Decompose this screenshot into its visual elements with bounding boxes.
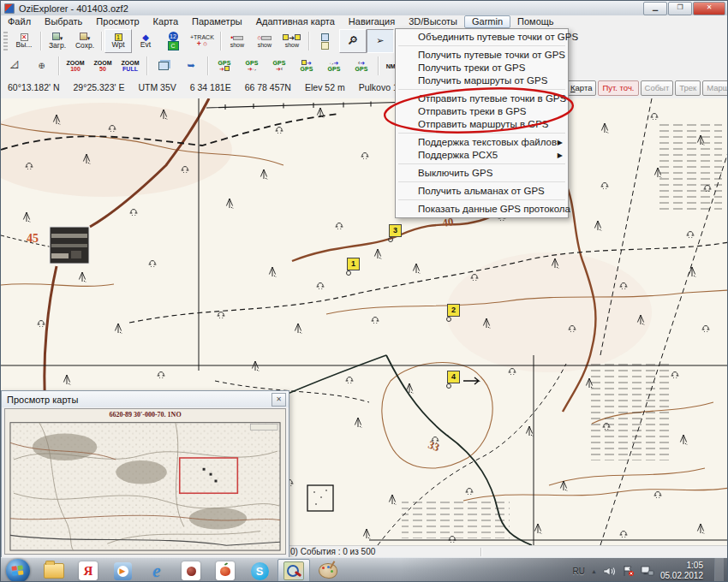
menu-select[interactable]: Выбрать (38, 15, 89, 28)
garmin-menu-text-file-support[interactable]: Поддержка текстовых файлов▶ (396, 136, 568, 149)
event-mode-button[interactable]: ◆ Evt (132, 29, 159, 53)
utm-easting-readout: 6 34 181E (190, 82, 231, 92)
show-waypoints-button[interactable]: • show (224, 29, 251, 53)
show-desktop-button[interactable] (714, 558, 724, 582)
garmin-dropdown-menu: Объединить путевые точки от GPS Получить… (395, 28, 569, 218)
exit-button[interactable]: ✕ Вы... (10, 29, 38, 53)
garmin-menu-send-waypoints[interactable]: Отправить путевые точки в GPS (396, 92, 568, 105)
map-preview-close-icon[interactable]: ✕ (272, 393, 286, 407)
map-view-button[interactable]: ➥ (177, 54, 205, 78)
garmin-menu-show-gps-protocol[interactable]: Показать данные GPS протокола (396, 203, 568, 216)
submenu-arrow-icon: ▶ (558, 149, 563, 162)
menu-3d-heights[interactable]: 3D/Высоты (402, 15, 464, 28)
zoom-50-button[interactable]: ZOOM50 (89, 54, 116, 78)
save-icon (80, 33, 87, 40)
gps-send-tracks-button[interactable]: 𝁍➜GPS (320, 54, 348, 78)
garmin-menu-send-tracks[interactable]: Отправить треки в GPS (396, 105, 568, 118)
zoom-100-button[interactable]: ZOOM100 (62, 54, 89, 78)
taskbar-oziexplorer-button[interactable] (277, 559, 310, 582)
toolbar-grip[interactable] (3, 32, 8, 50)
clock-time: 1:05 (687, 561, 703, 570)
taskbar-yandex-button[interactable]: Я (72, 559, 104, 582)
coordinate-bar: 60°13.182' N 29°25.323' E UTM 35V 6 34 1… (1, 78, 727, 99)
save-button[interactable]: ▾ Сохр. (71, 29, 98, 53)
gps-send-waypoints-button[interactable]: ➜GPS (293, 54, 320, 78)
cascade-button[interactable] (150, 54, 177, 78)
taskbar-clock[interactable]: 1:05 05.02.2012 (660, 561, 703, 582)
tab-routes[interactable]: Марш. (702, 80, 727, 96)
folder-icon (44, 563, 64, 579)
tab-tracks[interactable]: Трек (675, 80, 701, 96)
garmin-menu-gps-off[interactable]: Выключить GPS (396, 167, 568, 180)
load-button[interactable]: ▾ Загр. (44, 29, 71, 53)
restore-button[interactable]: ❐ (668, 2, 692, 15)
gps-get-tracks-button[interactable]: GPS➜𝁍 (238, 54, 266, 78)
count-badges[interactable]: 12 C (159, 29, 187, 53)
title-bar[interactable]: OziExplorer - 401403.ozf2 ▁ ❐ ✕ (1, 1, 727, 15)
taskbar-media-player-button[interactable]: ▶ (106, 559, 139, 582)
start-button[interactable] (6, 559, 30, 582)
language-indicator[interactable]: RU (573, 567, 585, 576)
menu-view[interactable]: Просмотр (89, 15, 146, 28)
menu-help[interactable]: Помощь (510, 15, 561, 28)
waypoint-marker-3[interactable]: 3 (389, 224, 402, 237)
garmin-menu-merge-waypoints[interactable]: Объединить путевые точки от GPS (396, 31, 568, 44)
tab-events[interactable]: Событ (641, 80, 674, 96)
taskbar-explorer-button[interactable] (38, 559, 70, 582)
garmin-menu-get-waypoints[interactable]: Получить путевые точки от GPS (396, 49, 568, 62)
volume-icon[interactable] (603, 566, 616, 577)
garmin-menu-pcx5-support[interactable]: Поддержка PCX5▶ (396, 149, 568, 162)
map-preview-titlebar[interactable]: Просмотр карты ✕ (2, 391, 289, 407)
garmin-menu-get-tracks[interactable]: Получить треки от GPS (396, 62, 568, 74)
gps-get-routes-button[interactable]: GPS➜‹ (266, 54, 293, 78)
close-button[interactable]: ✕ (693, 2, 725, 15)
map-preview-body[interactable]: 6620-89 30'-000-70. 1NO (4, 408, 286, 555)
network-icon[interactable] (641, 565, 654, 577)
menu-garmin[interactable]: Garmin (464, 15, 510, 28)
taskbar-sphere-app-button[interactable] (175, 559, 207, 582)
waypoint-marker-4[interactable]: 4 (447, 371, 460, 383)
ruler-button[interactable]: 📐︎ (1, 54, 28, 78)
pan-select-button[interactable]: ➢ (367, 29, 394, 53)
yandex-icon: Я (79, 561, 98, 580)
waypoint-marker-1[interactable]: 1 (347, 258, 360, 270)
gps-get-waypoints-button[interactable]: GPS➜ (211, 54, 238, 78)
track-control-button[interactable]: +TRACK + ○ (187, 29, 218, 53)
map-preview-window[interactable]: Просмотр карты ✕ (1, 390, 289, 558)
menu-file[interactable]: Файл (1, 15, 38, 28)
minimize-button[interactable]: ▁ (643, 2, 667, 15)
internet-explorer-icon: e (153, 561, 161, 581)
window-stack-button[interactable] (312, 29, 339, 53)
elevation-readout: Elev 52 m (305, 82, 345, 92)
system-tray: RU ▲ 1:05 05.02.2012 (573, 558, 727, 582)
taskbar-paint-button[interactable] (312, 559, 344, 582)
garmin-menu-get-routes[interactable]: Получить маршруты от GPS (396, 74, 568, 87)
gps-send-routes-button[interactable]: ‹➜GPS (348, 54, 375, 78)
waypoint-marker-2[interactable]: 2 (447, 304, 460, 317)
menu-moving-map[interactable]: Адаптивная карта (249, 15, 342, 28)
tab-waypoints[interactable]: Пут. точ. (598, 80, 638, 96)
taskbar-skype-button[interactable]: S (243, 559, 276, 582)
menu-bar: Файл Выбрать Просмотр Карта Параметры Ад… (1, 15, 727, 29)
taskbar-ie-button[interactable]: e (140, 559, 173, 582)
menu-map[interactable]: Карта (146, 15, 185, 28)
menu-options[interactable]: Параметры (185, 15, 249, 28)
hidden-icons-chevron[interactable]: ▲ (591, 568, 597, 574)
menu-navigation[interactable]: Навигация (342, 15, 402, 28)
toolbar-secondary: 📐︎ 🜨 ZOOM100 ZOOM50 ZOOMFULL ➥ GPS➜ GPS➜… (1, 54, 727, 79)
tab-map[interactable]: Карта (566, 80, 596, 96)
measure-button[interactable]: 🜨 (28, 54, 56, 78)
compass-icon: 🜨 (38, 61, 47, 71)
garmin-menu-send-routes[interactable]: Отправить маршруты в GPS (396, 118, 568, 131)
ruler-small-icon (321, 42, 329, 50)
show-routes-button[interactable]: ➜ show (278, 29, 306, 53)
show-names-button[interactable]: ○ show (251, 29, 278, 53)
waypoint-mode-button[interactable]: 1 Wpt (104, 29, 132, 53)
events-status: 0) События : 0 из 500 (290, 547, 375, 556)
garmin-menu-get-almanac[interactable]: Получить альманах от GPS (396, 185, 568, 198)
taskbar-apple-app-button[interactable] (209, 559, 242, 582)
magnifier-button[interactable]: 🔎︎ (339, 29, 367, 53)
clock-date: 05.02.2012 (660, 571, 703, 580)
action-center-flag-icon[interactable] (622, 565, 635, 577)
zoom-full-button[interactable]: ZOOMFULL (116, 54, 144, 78)
